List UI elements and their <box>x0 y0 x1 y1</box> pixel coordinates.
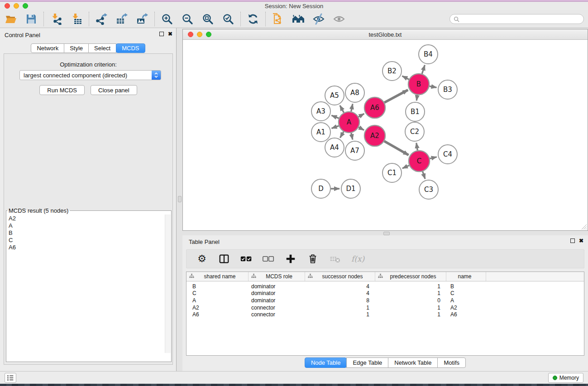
column-header-predecessor-nodes[interactable]: predecessor nodes <box>375 272 446 281</box>
edge-B-B4[interactable] <box>422 65 425 74</box>
node-label-A: A <box>347 118 352 126</box>
close-panel-icon[interactable]: ✖ <box>168 32 172 36</box>
table-row[interactable]: Adominator80A <box>186 297 584 304</box>
node-table: shared nameMCDS rolesuccessor nodesprede… <box>186 272 584 356</box>
edge-A-A5[interactable] <box>340 105 344 113</box>
tab-network-table[interactable]: Network Table <box>388 357 438 368</box>
edge-B-B1[interactable] <box>416 95 417 100</box>
mcds-result-item[interactable]: A6 <box>9 244 165 251</box>
delete-row-icon[interactable] <box>307 253 319 265</box>
table-row[interactable]: A6connector11A6 <box>186 311 584 318</box>
cell-MCDS-role: connector <box>249 305 305 311</box>
tab-node-table[interactable]: Node Table <box>305 357 347 368</box>
column-header-name[interactable]: name <box>446 272 486 281</box>
table-row[interactable]: A2connector11A2 <box>186 304 584 311</box>
mcds-result-item[interactable]: B <box>9 229 165 237</box>
tab-style[interactable]: Style <box>64 43 89 53</box>
add-row-icon[interactable] <box>285 253 296 265</box>
task-history-button[interactable] <box>5 373 16 383</box>
edge-A2-C[interactable] <box>384 141 409 155</box>
search-input[interactable] <box>462 16 580 23</box>
mcds-result-item[interactable]: C <box>9 237 165 244</box>
eye-icon[interactable] <box>333 13 345 25</box>
column-header-filler <box>486 272 584 281</box>
edge-A-A4[interactable] <box>340 132 344 138</box>
edge-A-A7[interactable] <box>351 133 353 140</box>
cell-predecessor-nodes: 1 <box>375 290 446 296</box>
search-field[interactable] <box>449 14 584 24</box>
edge-C-C4[interactable] <box>430 157 436 159</box>
edge-A-A6[interactable] <box>359 114 364 117</box>
tab-select[interactable]: Select <box>88 43 116 53</box>
main-toolbar <box>0 10 588 28</box>
network-graph-canvas[interactable]: B4B2BB3A5A8A6B1A3AA1C2A2A4A7C4CC1C3DD1 <box>183 40 588 230</box>
import-table-icon[interactable] <box>70 13 83 25</box>
gear-icon[interactable]: ⚙ <box>196 253 208 265</box>
eye-slash-icon[interactable] <box>312 13 325 25</box>
deselect-all-icon[interactable] <box>263 253 274 265</box>
edge-A6-B[interactable] <box>384 90 408 103</box>
edge-A-A8[interactable] <box>351 104 353 112</box>
resize-grip-icon[interactable] <box>581 224 587 230</box>
open-file-icon[interactable] <box>5 13 17 25</box>
export-network-icon[interactable] <box>95 13 108 25</box>
zoom-fit-icon[interactable] <box>201 13 214 25</box>
tab-mcds[interactable]: MCDS <box>116 43 145 53</box>
cell-MCDS-role: dominator <box>249 283 305 290</box>
node-label-A5: A5 <box>330 91 339 100</box>
edge-B-B3[interactable] <box>430 86 437 87</box>
optimization-criterion-label: Optimization criterion: <box>4 61 172 68</box>
control-panel-title: Control Panel <box>5 32 40 38</box>
select-all-icon[interactable] <box>240 253 252 265</box>
tab-network[interactable]: Network <box>31 43 64 53</box>
export-table-icon[interactable] <box>115 13 128 25</box>
edge-C-C1[interactable] <box>402 166 409 169</box>
tab-motifs[interactable]: Motifs <box>437 357 466 368</box>
edge-C-C2[interactable] <box>416 143 418 151</box>
close-table-panel-icon[interactable]: ✖ <box>579 238 583 243</box>
refresh-icon[interactable] <box>247 13 259 25</box>
run-mcds-button[interactable]: Run MCDS <box>39 85 85 95</box>
network-window-titlebar[interactable]: testGlobe.txt <box>183 29 588 40</box>
edge-A-A3[interactable] <box>331 115 339 118</box>
close-panel-button[interactable]: Close panel <box>91 85 137 95</box>
function-builder-icon[interactable]: f(x) <box>351 254 364 263</box>
column-header-MCDS-role[interactable]: MCDS role <box>249 272 305 281</box>
edge-C-C3[interactable] <box>423 172 425 179</box>
cell-shared-name: A <box>186 297 249 304</box>
float-table-panel-icon[interactable] <box>570 238 575 243</box>
float-panel-icon[interactable] <box>159 32 164 36</box>
memory-button[interactable]: Memory <box>548 373 583 383</box>
mcds-result-item[interactable]: A <box>9 222 165 229</box>
cell-shared-name: A6 <box>186 311 249 318</box>
save-session-icon[interactable] <box>25 13 38 25</box>
edge-A-A1[interactable] <box>332 126 339 129</box>
table-panel-tabs: Node TableEdge TableNetwork TableMotifs <box>182 357 588 368</box>
edge-A-A2[interactable] <box>359 127 364 130</box>
zoom-selected-icon[interactable] <box>222 13 234 25</box>
vertical-splitter-grip[interactable] <box>178 196 182 202</box>
tab-edge-table[interactable]: Edge Table <box>346 357 388 368</box>
control-panel: Control Panel ✖ NetworkStyleSelectMCDS O… <box>0 28 177 371</box>
zoom-in-icon[interactable] <box>161 13 173 25</box>
table-row[interactable]: Cdominator41C <box>186 290 584 297</box>
homes-icon[interactable] <box>292 13 305 25</box>
toolbar-group <box>5 13 38 25</box>
column-header-shared-name[interactable]: shared name <box>186 272 249 281</box>
node-label-B1: B1 <box>411 108 420 116</box>
zoom-out-icon[interactable] <box>181 13 194 25</box>
result-scrollbar[interactable] <box>165 214 171 353</box>
cell-predecessor-nodes: 1 <box>375 283 446 290</box>
import-network-icon[interactable] <box>50 13 62 25</box>
column-header-successor-nodes[interactable]: successor nodes <box>305 272 375 281</box>
split-view-icon[interactable] <box>218 253 230 265</box>
horizontal-splitter-grip[interactable] <box>383 232 390 235</box>
edge-B-B2[interactable] <box>402 76 409 79</box>
mcds-result-item[interactable]: A2 <box>9 215 165 222</box>
network-from-file-icon[interactable] <box>272 13 284 25</box>
cell-predecessor-nodes: 1 <box>375 305 446 311</box>
table-row[interactable]: Bdominator41B <box>186 283 584 290</box>
column-header-label: predecessor nodes <box>383 273 446 280</box>
export-image-icon[interactable] <box>136 13 148 25</box>
criterion-dropdown[interactable]: largest connected component (directed) <box>19 70 161 80</box>
